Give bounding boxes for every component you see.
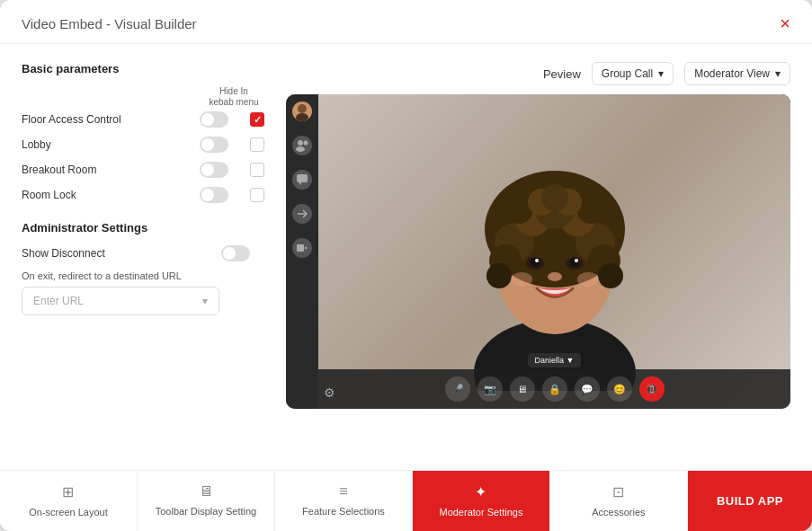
close-button[interactable]: × [780,14,790,32]
settings-header: Hide In kebab menu [22,86,264,108]
basic-params-title: Basic parameters [22,62,264,75]
on-screen-layout-icon: ⊞ [62,483,74,500]
record-icon [292,238,312,258]
admin-title: Administrator Settings [22,221,264,235]
toolbar-display-icon: 🖥 [199,483,213,500]
chat-icon [292,170,312,190]
accessories-icon: ⊡ [612,483,624,500]
svg-rect-5 [297,174,308,182]
svg-point-23 [486,263,512,288]
svg-point-36 [548,272,562,281]
group-call-label: Group Call [602,67,653,80]
feature-selections-label: Feature Selections [302,505,385,518]
room-lock-row: Room Lock [22,187,264,203]
hide-kebab-label: Hide In kebab menu [207,86,261,108]
lobby-label: Lobby [22,138,200,151]
room-lock-label: Room Lock [22,189,200,201]
floor-access-checkbox[interactable] [250,112,264,127]
frame-bottom-bar: 🎤 📷 🖥 🔒 💬 😊 📵 [318,369,790,409]
svg-marker-8 [305,246,308,250]
moderator-view-chevron-icon: ▾ [775,67,781,80]
floor-access-controls [200,111,264,128]
modal-body: Basic parameters Hide In kebab menu Floo… [0,44,812,456]
preview-frame: Kick-off Meeting with IOs Developers 05:… [286,94,790,409]
lobby-controls [200,137,264,153]
end-call-btn[interactable]: 📵 [639,376,665,402]
url-placeholder: Enter URL [33,295,84,307]
basic-settings-table: Hide In kebab menu Floor Access Control … [22,86,264,203]
tab-moderator-settings[interactable]: ✦ Moderator Settings [413,471,550,531]
modal-title-bold: Video Embed - [22,16,111,31]
svg-point-0 [298,104,307,113]
feature-selections-icon: ≡ [339,483,347,500]
gear-icon: ⚙ [324,385,335,400]
emoji-btn[interactable]: 😊 [607,376,632,402]
tab-on-screen-layout[interactable]: ⊞ On-screen Layout [0,471,138,531]
chat-btn[interactable]: 💬 [575,376,600,402]
toolbar-display-label: Toolbar Display Setting [156,505,257,518]
moderator-view-label: Moderator View [694,67,770,80]
show-disconnect-toggle[interactable] [221,245,250,261]
room-lock-toggle[interactable] [200,187,228,203]
on-screen-layout-label: On-screen Layout [29,506,107,518]
lobby-row: Lobby [22,137,264,153]
url-dropdown[interactable]: Enter URL ▾ [22,287,219,315]
tab-feature-selections[interactable]: ≡ Feature Selections [275,471,413,531]
moderator-settings-icon: ✦ [475,483,486,500]
build-app-button[interactable]: BUILD APP [688,471,812,531]
modal-footer: ⊞ On-screen Layout 🖥 Toolbar Display Set… [0,470,812,531]
redirect-label: On exit, redirect to a destinated URL [22,270,264,281]
group-call-chevron-icon: ▾ [658,67,664,80]
lobby-checkbox[interactable] [250,137,264,152]
participant-icon [292,102,312,121]
frame-main: Kick-off Meeting with IOs Developers 05:… [318,94,790,409]
svg-point-24 [598,263,623,288]
mic-btn[interactable]: 🎤 [445,376,470,402]
show-disconnect-row: Show Disconnect [22,245,264,261]
left-panel: Basic parameters Hide In kebab menu Floo… [22,62,264,456]
room-lock-controls [200,187,264,203]
floor-access-toggle[interactable] [200,111,228,128]
svg-point-3 [296,146,305,152]
frame-sidebar [286,94,318,409]
lobby-toggle[interactable] [200,137,228,153]
group-icon [292,136,312,155]
svg-point-33 [570,258,579,267]
breakout-label: Breakout Room [22,164,200,176]
breakout-toggle[interactable] [200,162,228,178]
accessories-label: Accessories [592,506,645,518]
moderator-view-dropdown[interactable]: Moderator View ▾ [684,62,790,85]
group-call-dropdown[interactable]: Group Call ▾ [592,62,674,85]
dropdown-chevron-icon: ▾ [202,295,208,307]
svg-point-35 [575,259,578,262]
breakout-row: Breakout Room [22,162,264,178]
modal-title: Video Embed - Visual Builder [22,16,197,31]
frame-inner: Kick-off Meeting with IOs Developers 05:… [286,94,790,409]
modal-title-sub: Visual Builder [114,16,196,31]
lock-btn[interactable]: 🔒 [542,376,567,402]
show-disconnect-label: Show Disconnect [22,247,221,260]
svg-rect-7 [297,244,304,252]
right-panel: Peview Group Call ▾ Moderator View ▾ [286,62,790,456]
person-svg [429,112,681,391]
preview-label: Peview [543,67,581,81]
breakout-checkbox[interactable] [250,163,264,177]
tab-toolbar-display[interactable]: 🖥 Toolbar Display Setting [138,471,275,531]
breakout-controls [200,162,264,178]
svg-point-37 [511,272,532,287]
preview-header: Peview Group Call ▾ Moderator View ▾ [286,62,790,85]
camera-btn[interactable]: 📷 [477,376,503,402]
svg-point-32 [531,258,540,267]
tab-accessories[interactable]: ⊡ Accessories [550,471,688,531]
modal-container: Video Embed - Visual Builder × Basic par… [0,0,812,531]
modal-header: Video Embed - Visual Builder × [0,0,812,44]
floor-access-row: Floor Access Control [22,111,264,128]
room-lock-checkbox[interactable] [250,188,264,202]
svg-point-2 [298,140,303,146]
screen-btn[interactable]: 🖥 [510,376,535,402]
share-icon [292,204,312,224]
moderator-settings-label: Moderator Settings [439,506,522,518]
admin-section: Administrator Settings Show Disconnect O… [22,221,264,315]
name-tag: Daniella ▼ [528,353,582,367]
svg-point-38 [577,272,599,287]
